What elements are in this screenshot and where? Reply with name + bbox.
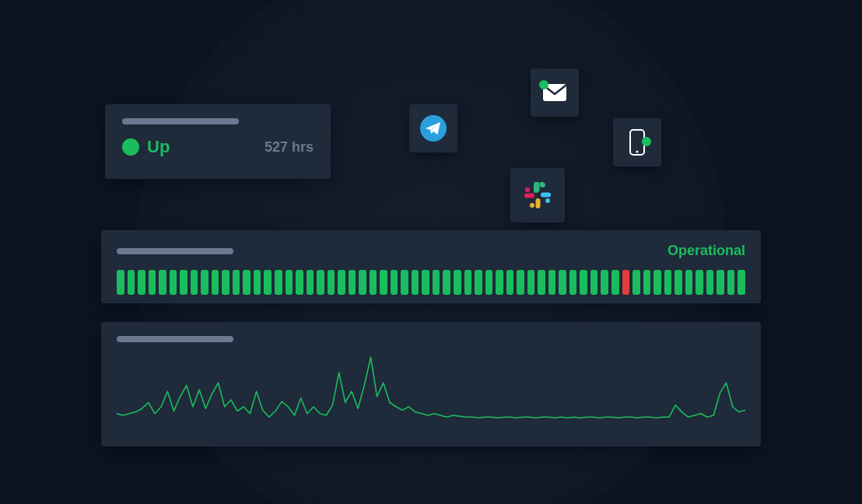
chart-title-placeholder — [117, 336, 233, 342]
uptime-bar — [696, 270, 703, 295]
mail-badge-dot-icon — [539, 80, 548, 89]
uptime-bar — [212, 270, 219, 295]
uptime-bar — [138, 270, 145, 295]
uptime-bar — [359, 270, 366, 295]
uptime-bar — [191, 270, 198, 295]
status-card: Up 527 hrs — [105, 104, 331, 179]
uptime-bar — [496, 270, 503, 295]
uptime-bar — [727, 270, 735, 295]
uptime-bar — [264, 270, 272, 295]
uptime-bar — [380, 270, 387, 295]
uptime-bar — [159, 270, 166, 295]
integration-slack — [510, 168, 565, 222]
uptime-bar — [454, 270, 461, 295]
integration-telegram — [409, 104, 457, 152]
svg-point-8 — [541, 183, 545, 187]
uptime-bar — [632, 270, 640, 295]
uptime-bar — [675, 270, 682, 295]
uptime-bar — [328, 270, 335, 295]
uptime-bar — [590, 270, 598, 295]
uptime-bar — [128, 270, 135, 295]
svg-rect-9 — [541, 193, 551, 198]
uptime-bar — [622, 270, 630, 295]
uptime-bar — [538, 270, 545, 295]
uptime-bar — [170, 270, 177, 295]
chart-card — [101, 322, 761, 446]
integration-phone — [613, 118, 661, 166]
uptime-bar — [349, 270, 356, 295]
phone-badge-dot-icon — [642, 137, 651, 146]
uptime-bar — [654, 270, 661, 295]
uptime-bar — [391, 270, 398, 295]
uptime-bar — [433, 270, 440, 295]
svg-rect-7 — [535, 182, 540, 192]
uptime-bar — [685, 270, 693, 295]
uptime-bar — [296, 270, 303, 295]
status-dot-icon — [122, 138, 139, 156]
uptime-bar — [643, 270, 651, 295]
uptime-bar — [611, 270, 619, 295]
uptime-bar — [559, 270, 566, 295]
uptime-bar — [243, 270, 251, 295]
uptime-bar — [422, 270, 429, 295]
uptime-bar — [117, 270, 124, 295]
uptime-bar — [601, 270, 608, 295]
uptime-bar — [307, 270, 314, 295]
integration-mail — [531, 68, 579, 117]
uptime-bar — [222, 270, 230, 295]
uptime-bar — [475, 270, 482, 295]
svg-point-14 — [525, 187, 530, 192]
operational-header: Operational — [117, 243, 745, 259]
uptime-bar — [580, 270, 587, 295]
status-hours: 527 hrs — [265, 139, 314, 156]
uptime-bar — [443, 270, 450, 295]
status-label: Up — [147, 137, 170, 157]
uptime-bar — [485, 270, 493, 295]
uptime-bar — [517, 270, 524, 295]
operational-card: Operational — [101, 230, 761, 303]
status-left: Up — [122, 137, 170, 157]
svg-point-10 — [545, 198, 550, 203]
svg-point-3 — [636, 150, 638, 152]
uptime-bar — [180, 270, 187, 295]
uptime-bar — [338, 270, 345, 295]
uptime-bar — [201, 270, 208, 295]
svg-rect-13 — [524, 194, 534, 198]
response-time-chart — [117, 347, 745, 432]
uptime-bar — [548, 270, 556, 295]
uptime-bar — [738, 270, 745, 295]
uptime-bar — [706, 270, 714, 295]
uptime-bar — [412, 270, 419, 295]
uptime-bar — [569, 270, 577, 295]
uptime-bar — [506, 270, 514, 295]
uptime-bar — [233, 270, 240, 295]
uptime-bar — [527, 270, 535, 295]
operational-title-placeholder — [117, 248, 233, 254]
uptime-bar — [149, 270, 156, 295]
uptime-bar — [286, 270, 293, 295]
svg-point-12 — [530, 203, 534, 208]
uptime-bar — [717, 270, 724, 295]
uptime-bar — [275, 270, 282, 295]
svg-rect-11 — [536, 198, 541, 208]
uptime-bar — [664, 270, 672, 295]
status-title-placeholder — [122, 118, 239, 124]
operational-label: Operational — [668, 243, 745, 259]
telegram-icon — [420, 115, 447, 142]
slack-icon — [523, 180, 552, 210]
status-row: Up 527 hrs — [122, 137, 314, 157]
uptime-bar — [370, 270, 377, 295]
uptime-bars — [117, 270, 745, 295]
uptime-bar — [317, 270, 324, 295]
uptime-bar — [254, 270, 261, 295]
uptime-bar — [464, 270, 472, 295]
uptime-bar — [401, 270, 408, 295]
